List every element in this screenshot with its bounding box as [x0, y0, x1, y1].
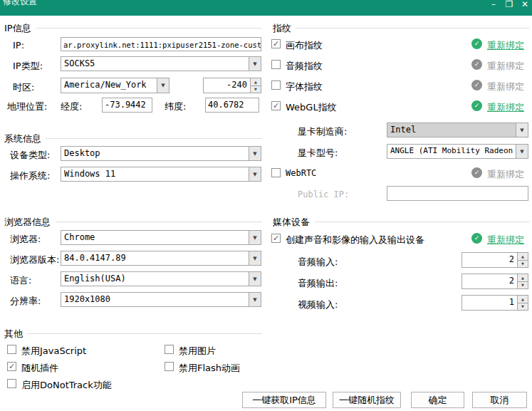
chevron-down-icon[interactable]: ▼ [516, 145, 528, 158]
ip-label: IP: [13, 40, 24, 51]
latitude-label: 纬度: [165, 100, 186, 113]
chevron-down-icon[interactable]: ▼ [249, 167, 261, 181]
spinner-down-icon[interactable]: ▼ [518, 261, 528, 268]
status-check-icon: ✓ [471, 100, 482, 111]
geo-label: 地理位置: [7, 100, 47, 113]
spinner-up-icon[interactable]: ▲ [518, 274, 528, 282]
video-input-label: 视频输入: [298, 298, 338, 311]
webgl-fingerprint-checkbox[interactable]: ✓ [271, 101, 281, 110]
canvas-fingerprint-checkbox[interactable]: ✓ [271, 39, 281, 48]
canvas-rebind-link[interactable]: 重新绑定 [487, 39, 524, 52]
disable-flash-checkbox[interactable] [165, 362, 174, 371]
webgl-rebind-link[interactable]: 重新绑定 [487, 101, 524, 114]
timezone-label: 时区: [13, 81, 34, 94]
ip-section-divider [36, 28, 262, 28]
browser-select[interactable]: Chrome ▼ [61, 230, 261, 245]
maximize-button[interactable]: ❐ [503, 0, 516, 11]
random-fingerprint-button[interactable]: 一键随机指纹 [333, 392, 401, 408]
timezone-offset-value[interactable]: -240 [204, 78, 250, 93]
gpu-vendor-value: Intel [387, 123, 516, 137]
spinner-down-icon[interactable]: ▼ [518, 282, 528, 289]
chevron-down-icon[interactable]: ▼ [249, 272, 261, 286]
device-type-value: Desktop [61, 147, 249, 160]
audio-output-label: 音频输出: [298, 277, 338, 290]
spinner-up-icon[interactable]: ▲ [251, 78, 261, 86]
status-check-icon: ✓ [471, 80, 482, 90]
random-plugins-checkbox[interactable]: ✓ [7, 362, 16, 371]
chevron-down-icon[interactable]: ▼ [249, 57, 261, 71]
chevron-down-icon[interactable]: ▼ [249, 147, 261, 160]
video-input-stepper[interactable]: 1 ▲ ▼ [461, 295, 528, 311]
audio-fingerprint-checkbox[interactable] [271, 60, 281, 69]
media-rebind-link[interactable]: 重新绑定 [487, 234, 524, 246]
device-type-select[interactable]: Desktop ▼ [61, 146, 261, 161]
ok-button[interactable]: 确定 [411, 392, 464, 408]
longitude-input[interactable]: -73.9442 [102, 98, 152, 113]
spinner-up-icon[interactable]: ▲ [518, 296, 528, 303]
spinner-down-icon[interactable]: ▼ [251, 86, 261, 93]
audio-rebind-link[interactable]: 重新绑定 [487, 60, 524, 73]
ip-input[interactable]: ar.proxylink.net:1111:pxipuser2151-zone-… [61, 37, 261, 51]
fingerprint-section-header: 指纹 [273, 22, 291, 35]
os-select[interactable]: Windows 11 ▼ [61, 167, 261, 182]
titlebar: 修改设置 – ❐ ✕ [0, 0, 532, 16]
random-plugins-label: 随机插件 [21, 362, 58, 375]
gpu-model-select[interactable]: ANGLE (ATI Mobility Radeon H ▼ [387, 144, 528, 159]
chevron-down-icon[interactable]: ▼ [157, 78, 169, 93]
ip-type-value: SOCKS5 [61, 57, 249, 71]
donottrack-checkbox[interactable] [7, 379, 16, 388]
chevron-down-icon[interactable]: ▼ [516, 123, 528, 137]
cancel-button[interactable]: 取消 [472, 392, 527, 408]
os-label: 操作系统: [10, 170, 50, 182]
gpu-vendor-select[interactable]: Intel ▼ [387, 123, 528, 137]
timezone-offset-stepper[interactable]: -240 ▲ ▼ [203, 78, 261, 93]
font-fingerprint-label: 字体指纹 [286, 80, 323, 93]
window-title: 修改设置 [3, 0, 37, 8]
close-button[interactable]: ✕ [518, 0, 531, 11]
resolution-label: 分辨率: [10, 295, 41, 308]
webrtc-rebind-link[interactable]: 重新绑定 [487, 168, 524, 181]
disable-images-checkbox[interactable] [165, 345, 174, 354]
audio-input-stepper[interactable]: 2 ▲ ▼ [461, 252, 528, 268]
latitude-input[interactable]: 40.6782 [205, 98, 259, 113]
disable-javascript-checkbox[interactable] [7, 345, 16, 354]
os-value: Windows 11 [61, 167, 249, 181]
spinner-down-icon[interactable]: ▼ [518, 303, 528, 311]
donottrack-label: 启用DoNotTrack功能 [21, 379, 112, 392]
system-section-divider [46, 138, 262, 139]
timezone-select[interactable]: America/New_York ▼ [61, 78, 169, 93]
audio-output-value[interactable]: 2 [462, 274, 517, 288]
audio-fingerprint-label: 音频指纹 [286, 60, 323, 73]
audio-input-value[interactable]: 2 [462, 253, 517, 267]
status-check-icon: ✓ [471, 59, 482, 70]
browser-version-select[interactable]: 84.0.4147.89 ▼ [61, 251, 261, 266]
chevron-down-icon[interactable]: ▼ [249, 293, 261, 306]
create-media-devices-checkbox[interactable]: ✓ [271, 234, 281, 243]
status-check-icon: ✓ [471, 38, 482, 49]
chevron-down-icon[interactable]: ▼ [249, 251, 261, 265]
audio-output-stepper[interactable]: 2 ▲ ▼ [461, 274, 528, 289]
video-input-value[interactable]: 1 [462, 296, 517, 310]
system-section-header: 系统信息 [4, 132, 41, 145]
spinner-up-icon[interactable]: ▲ [518, 253, 528, 261]
language-value: English(USA) [61, 272, 249, 286]
gpu-vendor-label: 显卡制造商: [298, 125, 347, 138]
chevron-down-icon[interactable]: ▼ [249, 231, 261, 244]
browser-version-label: 浏览器版本: [10, 254, 59, 266]
font-fingerprint-checkbox[interactable] [271, 80, 281, 90]
browser-section-header: 浏览器信息 [4, 216, 51, 229]
public-ip-input[interactable] [387, 186, 528, 201]
get-ip-info-button[interactable]: 一键获取IP信息 [242, 392, 326, 408]
other-section-divider [27, 333, 262, 334]
fingerprint-section-divider [295, 28, 529, 28]
ip-type-select[interactable]: SOCKS5 ▼ [61, 56, 261, 71]
disable-images-label: 禁用图片 [179, 345, 216, 358]
disable-flash-label: 禁用Flash动画 [179, 362, 240, 375]
language-select[interactable]: English(USA) ▼ [61, 271, 261, 286]
font-rebind-link[interactable]: 重新绑定 [487, 80, 524, 93]
minimize-button[interactable]: – [487, 0, 500, 11]
webrtc-checkbox[interactable] [271, 168, 281, 177]
ip-section-header: IP信息 [4, 22, 31, 35]
resolution-select[interactable]: 1920x1080 ▼ [61, 292, 261, 307]
status-check-icon: ✓ [471, 167, 482, 178]
